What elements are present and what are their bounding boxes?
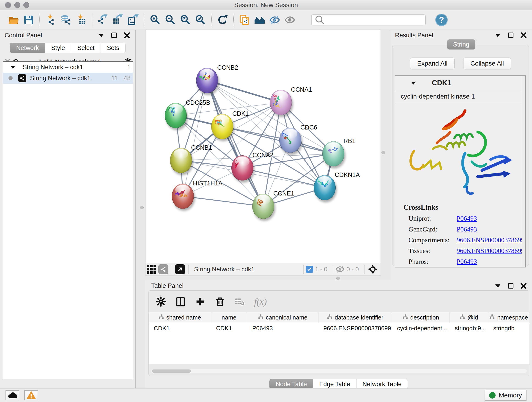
tab-network[interactable]: Network — [10, 43, 45, 53]
tab-network-table[interactable]: Network Table — [356, 379, 408, 389]
column-header-database-identifier[interactable]: database identifier — [318, 313, 392, 323]
column-header-description[interactable]: description — [392, 313, 450, 323]
zoom-out-button[interactable] — [163, 12, 178, 27]
network-node-CCNE1[interactable] — [252, 194, 274, 219]
panel-menu-button[interactable] — [494, 32, 502, 39]
protein-card-header[interactable]: CDK1 — [395, 76, 525, 90]
table-cell[interactable]: CDK1 — [211, 323, 247, 333]
edge-CCNB2-CCNE1[interactable] — [207, 80, 263, 206]
tab-string[interactable]: String — [447, 39, 475, 50]
crosslink-value-link[interactable]: P06493 — [457, 225, 477, 233]
edge-layer[interactable] — [146, 30, 381, 263]
birdseye-view-button[interactable] — [367, 264, 379, 274]
help-button[interactable]: ? — [435, 14, 448, 26]
column-header-namespace[interactable]: namespace — [488, 313, 529, 323]
import-table-button[interactable] — [73, 12, 89, 27]
tree-expander[interactable] — [3, 64, 23, 70]
export-network-button[interactable] — [95, 12, 110, 27]
add-column-button[interactable] — [195, 296, 206, 307]
hide-selected-button[interactable] — [267, 12, 282, 27]
network-node-CDC25B[interactable] — [165, 103, 187, 128]
export-image-button[interactable] — [126, 12, 141, 27]
search-input[interactable] — [327, 16, 423, 24]
crosslink-value-link[interactable]: P06493 — [457, 215, 477, 222]
right-splitter-handle[interactable] — [381, 151, 385, 154]
tab-style[interactable]: Style — [45, 43, 71, 53]
network-row-selected[interactable]: String Network – cdk1 11 48 — [3, 73, 133, 84]
table-cell[interactable]: stringdb:9... — [450, 323, 488, 333]
network-node-CDKN1A[interactable] — [314, 175, 336, 200]
network-node-CDC6[interactable] — [279, 128, 301, 153]
left-splitter-handle[interactable] — [140, 206, 144, 209]
horizontal-splitter-handle[interactable] — [336, 277, 340, 280]
network-node-CDK1[interactable] — [211, 114, 233, 139]
panel-close-button[interactable] — [520, 282, 527, 290]
panel-close-button[interactable] — [520, 32, 527, 39]
show-columns-button[interactable] — [175, 296, 186, 307]
open-session-button[interactable] — [6, 12, 21, 27]
collapse-triangle-icon[interactable] — [410, 80, 417, 86]
cloud-status-button[interactable] — [6, 390, 19, 400]
column-header-@id[interactable]: @id — [450, 313, 488, 323]
column-header-canonical-name[interactable]: canonical name — [247, 313, 318, 323]
tab-sets[interactable]: Sets — [101, 43, 126, 53]
detach-view-button[interactable] — [174, 264, 186, 274]
network-node-RB1[interactable] — [322, 141, 344, 166]
panel-menu-button[interactable] — [494, 282, 502, 290]
first-neighbors-button[interactable] — [252, 12, 267, 27]
network-node-HIST1H1A[interactable] — [172, 184, 194, 209]
function-builder-button[interactable]: f(x) — [254, 296, 267, 307]
collapse-all-button[interactable]: Collapse All — [463, 57, 511, 70]
tab-edge-table[interactable]: Edge Table — [313, 379, 356, 389]
network-node-CCNB2[interactable] — [196, 68, 218, 93]
expand-all-button[interactable]: Expand All — [410, 57, 455, 70]
panel-menu-button[interactable] — [97, 32, 105, 39]
import-network-database-button[interactable] — [58, 12, 73, 27]
selected-count-checkbox[interactable] — [306, 266, 313, 273]
panel-close-button[interactable] — [123, 32, 131, 39]
table-cell[interactable]: CDK1 — [149, 323, 211, 333]
save-session-button[interactable] — [21, 12, 36, 27]
network-node-CCNA2[interactable] — [231, 155, 253, 181]
crosslink-value-link[interactable]: 9606.ENSP00000378699 — [457, 236, 525, 244]
import-network-file-button[interactable] — [43, 12, 58, 27]
edge-CCNB2-CCNA1[interactable] — [207, 80, 281, 102]
warnings-button[interactable] — [24, 390, 38, 400]
table-options-button[interactable] — [156, 296, 166, 307]
table-row[interactable]: CDK1CDK1P064939606.ENSP00000378699cyclin… — [149, 323, 529, 333]
protein-card-scrollbar[interactable] — [522, 76, 525, 267]
crosslink-value-link[interactable]: 9606.ENSP00000378699 — [457, 247, 525, 255]
column-header-name[interactable]: name — [211, 313, 247, 323]
column-header-shared-name[interactable]: shared name — [149, 313, 211, 323]
table-cell[interactable]: cyclin-dependent ... — [392, 323, 450, 333]
network-view-mode-button[interactable] — [157, 264, 169, 274]
tab-node-table[interactable]: Node Table — [269, 379, 313, 389]
table-cell[interactable]: stringdb — [488, 323, 529, 333]
zoom-fit-button[interactable] — [178, 12, 193, 27]
panel-float-button[interactable] — [110, 32, 118, 39]
edge-HIST1H1A-CCNE1[interactable] — [183, 196, 263, 206]
network-node-CCNA1[interactable] — [270, 90, 292, 115]
network-collection-row[interactable]: String Network – cdk1 1 — [3, 62, 133, 73]
show-all-button[interactable] — [282, 12, 298, 27]
memory-button[interactable]: Memory — [485, 390, 526, 401]
panel-float-button[interactable] — [507, 282, 515, 290]
export-table-button[interactable] — [110, 12, 126, 27]
network-node-CCNB1[interactable] — [170, 148, 192, 173]
table-horizontal-scrollbar[interactable] — [151, 369, 527, 373]
apply-layout-button[interactable] — [215, 12, 230, 27]
duplicate-network-button[interactable] — [237, 12, 252, 27]
zoom-in-button[interactable] — [147, 12, 163, 27]
table-cell[interactable]: 9606.ENSP00000378699 — [318, 323, 392, 333]
panel-float-button[interactable] — [507, 32, 515, 39]
edge-CCNB2-HIST1H1A[interactable] — [183, 80, 207, 196]
table-cell[interactable]: P06493 — [247, 323, 318, 333]
tab-select[interactable]: Select — [71, 43, 101, 53]
network-canvas[interactable]: CCNB2CCNA1CDC25BCDK1CDC6RB1CCNB1CCNA2CDK… — [145, 30, 381, 263]
delete-column-button[interactable] — [215, 296, 225, 307]
scrollbar-thumb[interactable] — [152, 370, 191, 373]
crosslink-value-link[interactable]: P06493 — [457, 258, 477, 265]
delete-table-button[interactable] — [234, 296, 245, 307]
zoom-selected-button[interactable] — [193, 12, 208, 27]
grid-view-button[interactable] — [146, 264, 157, 274]
